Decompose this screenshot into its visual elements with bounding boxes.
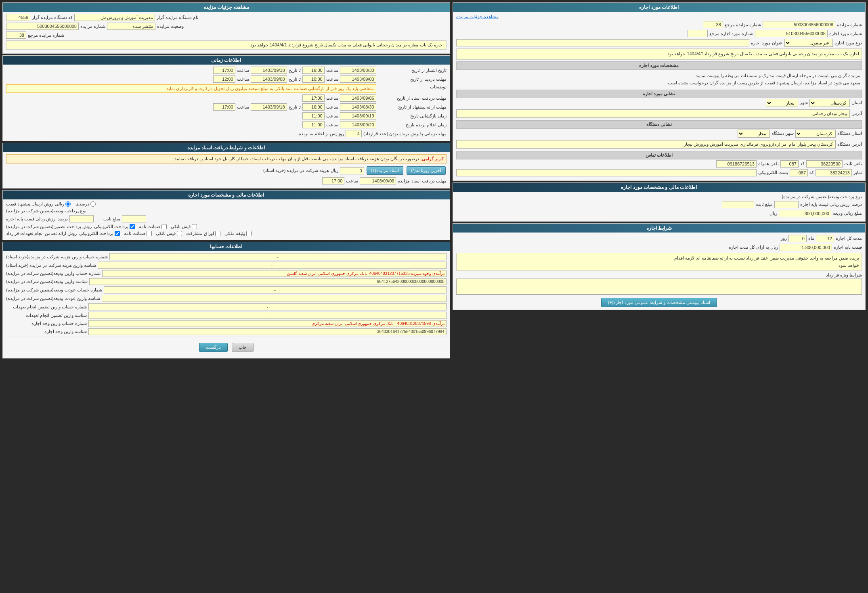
mohlet-gharardad-label: مهلت زمانی پذیرش برنده بودن (عقد قرارداد… — [363, 131, 447, 136]
right-mali-title: اطلاعات مالی و مشخصات مورد اجاره — [3, 191, 450, 199]
enteshar-from-saat[interactable] — [302, 67, 325, 74]
asnad-btn[interactable]: اسناد پیوستی مشخصات و شرایط عمومی مورد ا… — [601, 298, 717, 307]
mazayade-number-input[interactable] — [763, 21, 835, 28]
shahr-dastgah-select[interactable]: بیجار — [738, 130, 770, 138]
fesh-banki-cb[interactable] — [192, 224, 197, 229]
nowpardakht-label: نوع پرداخت ودیعه(تضمین شرکت در مزایده) — [782, 194, 862, 199]
mohlet-araye-from[interactable] — [340, 103, 376, 111]
vathighe-cb[interactable] — [246, 231, 252, 236]
namabar-input[interactable] — [816, 169, 852, 176]
gheymat-payeh-input[interactable] — [780, 244, 832, 251]
onvan-input[interactable] — [456, 39, 749, 46]
mohlet-bazid-from-saat[interactable] — [302, 75, 325, 83]
saat-label2: ساعت — [237, 68, 249, 73]
ravesh-pardakht-label: روش پرداخت تضمین(تضمین شرکت در مزایده) — [6, 224, 92, 229]
shomar-moraje-label: شماره مزایده مرجع — [28, 33, 64, 38]
mablag-sabt-input[interactable] — [722, 201, 754, 208]
hazine-sherk-input[interactable] — [340, 167, 364, 174]
roz-unit: روز — [781, 236, 787, 241]
mohlet-araye-from-saat[interactable] — [302, 103, 325, 111]
description-text: اجاره یک باب مغازه در میدان رجمانی بانوا… — [456, 48, 862, 60]
fesh-banki2-cb[interactable] — [177, 231, 182, 236]
zamanat-name-cb[interactable] — [161, 224, 167, 229]
address-label: آدرس — [851, 111, 862, 116]
mohlet-daryaft-from[interactable] — [340, 94, 376, 102]
zaman-elam-label: زمان اعلام برنده تاریخ — [378, 122, 447, 128]
account-row-5: - شناسه وارین عودت ودیعه(تضمین شرکت در م… — [6, 295, 447, 302]
mohlet-daryaft2-from[interactable] — [360, 177, 396, 184]
now-ejare-select[interactable]: غیر منقول — [784, 39, 833, 47]
post-input[interactable] — [456, 169, 757, 176]
dardsad-right-input[interactable] — [69, 215, 94, 222]
details-link[interactable]: مشاهده جزئیات مزایده — [456, 14, 499, 19]
ejare-number-input[interactable] — [755, 30, 828, 37]
shahr-select[interactable]: بیجار — [766, 99, 798, 107]
bazgasht-btn[interactable]: بازگشت — [199, 343, 228, 352]
nashani-header: نشانی مورد اجاره — [456, 90, 862, 98]
moshahe-header: مشخصات مورد اجاره — [456, 61, 862, 70]
dardsad-label: درصد ارزش ریالی قیمت پایه اجاره — [800, 202, 862, 207]
hazine-sherk-label: هزینه شرکت در مزایده (خرید اسناد) — [263, 168, 329, 173]
zaman-elam-date[interactable] — [340, 121, 376, 128]
sheraye-vije-label: شرایط ویژه قرارداد — [826, 272, 862, 277]
shomar-mazayade-input[interactable] — [6, 23, 79, 30]
vaziat-input — [107, 23, 155, 30]
ravesh-radio-riali[interactable] — [65, 201, 71, 207]
bottom-buttons: چاپ بازگشت — [6, 339, 447, 356]
ravesh-radio-group: درصدی ریالی — [55, 201, 96, 207]
awraq-cb[interactable] — [215, 231, 220, 236]
zaman-bazkoshayee-saat[interactable] — [302, 112, 325, 119]
ravesh-radio-dardsad[interactable] — [90, 201, 96, 207]
mohlet-bazid-from[interactable] — [340, 75, 376, 83]
tel-sabit-input[interactable] — [806, 160, 843, 168]
mohlet-araye-to-saat[interactable] — [213, 103, 235, 111]
mazayade-moraje-input[interactable] — [703, 21, 723, 28]
modat-mah-input[interactable] — [816, 235, 834, 242]
mohlet-araye-to[interactable] — [251, 103, 287, 111]
pardakht-elekt-cb[interactable] — [130, 224, 135, 229]
tel-hamrah-input[interactable] — [716, 160, 757, 168]
rial-label: ریال — [331, 168, 338, 173]
shomar-moraje-input[interactable] — [6, 31, 26, 39]
zamani-title: اطلاعات زمانی — [3, 56, 450, 65]
terms-title: شرایط اجاره — [453, 224, 865, 233]
mah-unit: ماه — [808, 236, 814, 241]
nam-input[interactable] — [74, 14, 155, 21]
ejare-moraje-input[interactable] — [688, 30, 708, 37]
address-value: بیجار میدان رجمانی — [456, 109, 850, 118]
enteshar-to-saat[interactable] — [213, 67, 235, 74]
mohlet-gharardad-days[interactable] — [346, 130, 362, 137]
rial-unit: ریال — [769, 211, 777, 216]
chap-btn[interactable]: چاپ — [232, 343, 254, 352]
ostan-dastgah-select[interactable]: کردستان — [795, 130, 836, 138]
saat-label1: ساعت — [326, 68, 338, 73]
enteshar-from-input[interactable] — [340, 67, 376, 74]
warning-text: درصورت رایگان بودن هزینه دریافت اسناد مز… — [173, 156, 419, 161]
zaman-bazkoshayee-date[interactable] — [340, 112, 376, 119]
account-row-2: درآمدی وجوه سپرده-406404031207715335- با… — [6, 270, 447, 277]
isnad-btn[interactable]: اسناد مزایده(۱) — [367, 166, 403, 175]
right-section-title: مشاهده جزئیات مزایده — [3, 3, 450, 12]
mablag-vodiye-input[interactable] — [779, 210, 831, 217]
kod-input[interactable] — [6, 14, 30, 21]
ta-tarikhe3: تا تاریخ — [289, 105, 301, 110]
pardakht-checkbox-group: فیش بانکی ضمانت نامه پرداخت الکترونیکی — [94, 224, 197, 229]
enteshar-to-input[interactable] — [251, 67, 287, 74]
mohlet-daryaft-saat[interactable] — [302, 94, 325, 102]
zaman-elam-saat[interactable] — [302, 121, 325, 128]
mohlet-bazid-to[interactable] — [251, 75, 287, 83]
ostan-select[interactable]: کردستان — [809, 99, 850, 107]
dardsad-input[interactable] — [774, 201, 799, 208]
mablag-sabt-right-input[interactable] — [122, 215, 146, 222]
pardakht-elekt2-cb[interactable] — [115, 231, 120, 236]
namabar-kod-input[interactable] — [790, 169, 808, 176]
tel-kod-input[interactable] — [780, 160, 799, 168]
zamanat2-cb[interactable] — [147, 231, 152, 236]
mohlet-bazid-to-saat[interactable] — [213, 75, 235, 83]
warning-link[interactable]: کاربر گرامی: — [421, 156, 444, 161]
nashani-dastgah-header: نشانی دستگاه — [456, 120, 862, 129]
modat-roz-input[interactable] — [788, 235, 807, 242]
mohlet-gharardad-text: روز پس از اعلام به برنده — [299, 131, 344, 136]
akhari-btn[interactable]: آخرین روزنامه(*) — [407, 166, 446, 175]
mohlet-daryaft2-saat[interactable] — [322, 177, 344, 184]
